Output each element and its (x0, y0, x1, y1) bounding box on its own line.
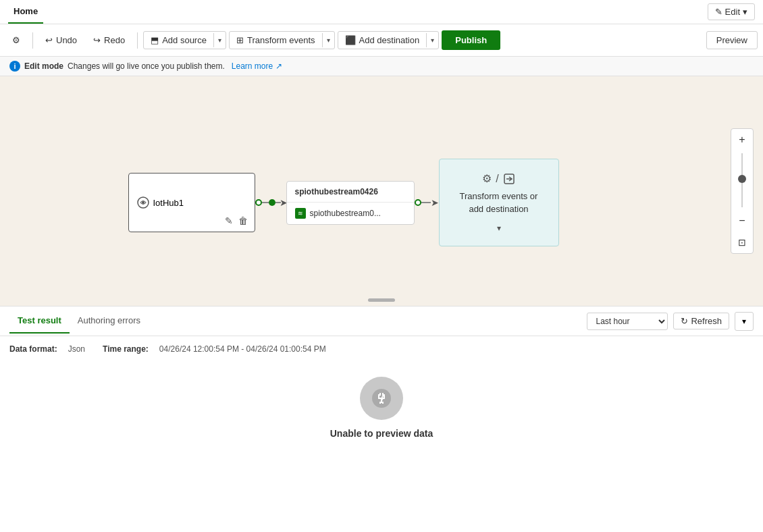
panel-drag-handle[interactable] (368, 298, 395, 302)
edit-button[interactable]: ✎ Edit ▾ (708, 3, 755, 20)
meta-row: Data format: Json Time range: 04/26/24 1… (9, 344, 754, 354)
preview-button[interactable]: Preview (706, 31, 758, 49)
stream-node-item: ≋ spiothubestream0... (287, 203, 414, 224)
add-source-label: Add source (162, 35, 207, 45)
add-source-chevron[interactable]: ▾ (213, 33, 226, 47)
edit-label: Edit (725, 7, 740, 17)
stream-node[interactable]: spiothubestream0426 ≋ spiothubestream0..… (286, 181, 415, 225)
refresh-label: Refresh (691, 316, 722, 326)
arrow-icon-2: ➤ (431, 197, 439, 208)
tabs-bar: Test result Authoring errors Last hour L… (0, 307, 763, 336)
stream-node-header: spiothubestream0426 (287, 182, 414, 203)
zoom-out-icon: − (739, 215, 745, 227)
title-bar: Home ✎ Edit ▾ (0, 0, 763, 24)
edit-mode-label: Edit mode (24, 61, 63, 71)
tab-authoring-errors[interactable]: Authoring errors (70, 309, 149, 334)
refresh-icon: ↻ (681, 316, 688, 326)
toolbar-divider2 (137, 32, 138, 49)
connector-2: ➤ (415, 197, 439, 208)
undo-button[interactable]: ↩ Undo (38, 32, 84, 49)
line-3 (421, 202, 431, 203)
pencil-icon: ✎ (715, 7, 722, 17)
line-1 (262, 202, 269, 203)
empty-state-text: Unable to preview data (330, 428, 433, 439)
data-format-value: Json (68, 344, 85, 354)
stream-item-text: spiothubestream0... (310, 209, 381, 218)
source-edit-icon[interactable]: ✎ (225, 215, 233, 226)
preview-label: Preview (716, 35, 747, 45)
data-format-label: Data format: (9, 344, 57, 354)
stream-icon: ≋ (295, 208, 306, 219)
zoom-slider[interactable] (741, 153, 743, 207)
transform-events-split: ⊞ Transform events ▾ (229, 31, 335, 49)
home-tab-label: Home (14, 6, 38, 16)
zoom-out-button[interactable]: − (731, 210, 753, 232)
tab-actions: Last hour Last 6 hours Last 24 hours ↻ R… (587, 312, 754, 331)
panel-chevron-icon: ▾ (742, 317, 746, 326)
zoom-in-button[interactable]: + (731, 129, 753, 151)
toolbar: ⚙ ↩ Undo ↪ Redo ⬒ Add source ▾ ⊞ Transfo… (0, 24, 763, 57)
add-destination-chevron[interactable]: ▾ (426, 33, 438, 47)
info-icon: i (9, 61, 20, 72)
time-range-value: 04/26/24 12:00:54 PM - 04/26/24 01:00:54… (159, 344, 326, 354)
source-delete-icon[interactable]: 🗑 (238, 215, 248, 226)
transform-events-button[interactable]: ⊞ Transform events (230, 32, 322, 49)
add-source-icon: ⬒ (151, 35, 159, 45)
redo-button[interactable]: ↪ Redo (86, 32, 132, 49)
zoom-controls: + − ⊡ (731, 128, 754, 254)
connector-dot-1 (255, 199, 262, 206)
add-source-button[interactable]: ⬒ Add source (144, 32, 213, 49)
connector-dot-3 (415, 199, 421, 206)
undo-label: Undo (56, 35, 77, 45)
edit-chevron-icon: ▾ (743, 7, 747, 17)
authoring-errors-tab-label: Authoring errors (78, 315, 140, 325)
learn-more-link[interactable]: Learn more ↗ (232, 61, 282, 71)
add-destination-button[interactable]: ⬛ Add destination (338, 32, 427, 49)
transform-slash: / (496, 173, 498, 185)
plug-icon (371, 388, 392, 409)
add-source-split: ⬒ Add source ▾ (143, 31, 226, 49)
settings-icon: ⚙ (12, 35, 20, 45)
transform-gear-icon: ⚙ (482, 172, 492, 185)
source-node-actions: ✎ 🗑 (225, 215, 248, 226)
panel-collapse-button[interactable]: ▾ (735, 312, 754, 331)
home-tab[interactable]: Home (8, 0, 43, 24)
tab-test-result[interactable]: Test result (9, 309, 70, 334)
zoom-in-icon: + (739, 134, 745, 146)
zoom-fit-button[interactable]: ⊡ (731, 232, 753, 253)
redo-icon: ↪ (93, 35, 101, 45)
transform-node-header: ⚙ / (482, 172, 515, 185)
toolbar-divider (32, 32, 33, 49)
canvas-area: IotHub1 ✎ 🗑 ➤ spiothubestream0426 ≋ spio… (0, 76, 763, 306)
add-destination-label: Add destination (359, 35, 420, 45)
time-range-label: Time range: (103, 344, 149, 354)
refresh-button[interactable]: ↻ Refresh (673, 313, 729, 329)
transform-chevron-btn[interactable]: ▾ (322, 33, 334, 47)
flow-container: IotHub1 ✎ 🗑 ➤ spiothubestream0426 ≋ spio… (128, 159, 559, 246)
iot-hub-icon (137, 196, 149, 209)
transform-icon: ⊞ (236, 35, 244, 45)
svg-point-1 (142, 201, 144, 204)
empty-state: Unable to preview data (9, 354, 754, 462)
transform-export-icon (503, 173, 515, 185)
source-node-label: IotHub1 (153, 198, 184, 208)
zoom-thumb (738, 175, 746, 183)
publish-button[interactable]: Publish (442, 30, 500, 50)
source-node-title: IotHub1 (137, 196, 184, 209)
time-range-select[interactable]: Last hour Last 6 hours Last 24 hours (587, 313, 668, 330)
transform-events-label: Transform events (247, 35, 315, 45)
publish-label: Publish (455, 35, 487, 45)
info-message: Changes will go live once you publish th… (68, 61, 225, 71)
info-bar: i Edit mode Changes will go live once yo… (0, 57, 763, 76)
transform-expand-icon[interactable]: ▾ (497, 223, 501, 233)
test-result-tab-label: Test result (18, 315, 61, 325)
transform-node[interactable]: ⚙ / Transform events or add destination … (439, 159, 559, 246)
connector-1: ➤ (255, 197, 286, 208)
settings-button[interactable]: ⚙ (5, 32, 27, 49)
add-destination-split: ⬛ Add destination ▾ (338, 31, 440, 49)
empty-state-icon (360, 377, 403, 420)
redo-label: Redo (104, 35, 125, 45)
zoom-fit-icon: ⊡ (738, 237, 746, 248)
source-node[interactable]: IotHub1 ✎ 🗑 (128, 173, 255, 232)
transform-node-text: Transform events or add destination (460, 190, 538, 215)
